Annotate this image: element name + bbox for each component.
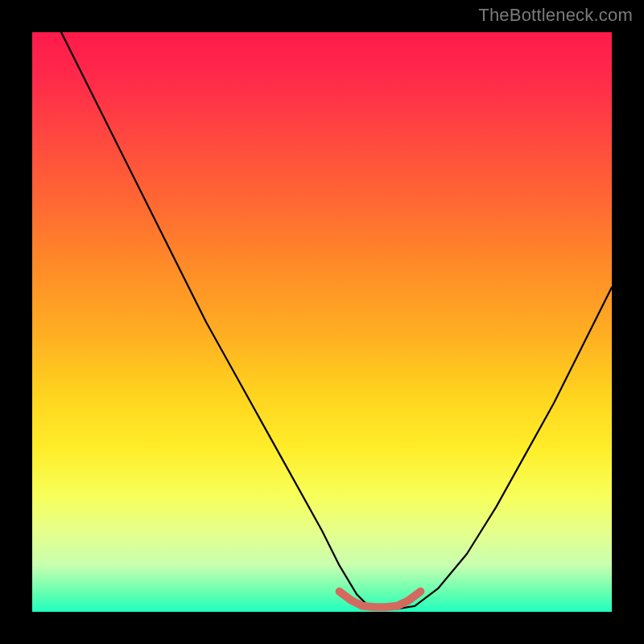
plot-area — [32, 32, 612, 612]
watermark-text: TheBottleneck.com — [478, 5, 633, 26]
curve-svg — [32, 32, 612, 612]
bottom-marker-path — [340, 592, 421, 607]
chart-frame: TheBottleneck.com — [0, 0, 644, 644]
main-curve-path — [61, 32, 612, 609]
